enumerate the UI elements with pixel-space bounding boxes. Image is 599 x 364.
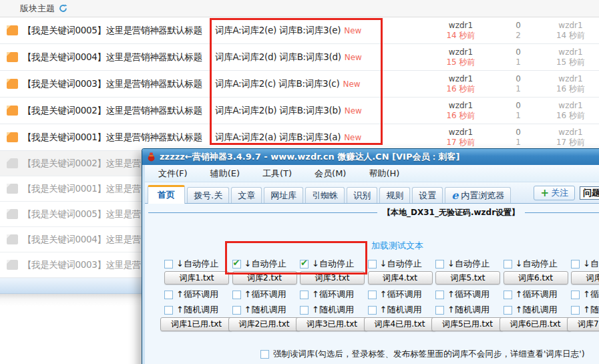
folder-icon [7, 132, 18, 142]
tab-item[interactable]: 网址库 [264, 187, 303, 203]
tab-item[interactable]: 文章 [231, 187, 262, 203]
wordlib-file-button[interactable]: 词库4.txt [368, 271, 433, 285]
tab-item[interactable]: 规则 [379, 187, 410, 203]
follow-button[interactable]: + 关注 [534, 186, 575, 200]
auto-stop-checkbox[interactable] [300, 260, 309, 268]
reply-count: 0 [498, 74, 538, 84]
count-cell: 01 [498, 128, 538, 148]
tab-item[interactable]: 设置 [412, 187, 443, 203]
count-cell: 01 [498, 47, 538, 67]
thread-title-keywords[interactable]: 词库A:词库2(c) 词库B:词库3(c)New [215, 78, 361, 90]
view-count: 1 [498, 138, 538, 148]
wordlib-file-button[interactable]: 词库2.txt [232, 271, 297, 285]
auto-stop-checkbox[interactable] [571, 260, 580, 268]
loop-call-checkbox[interactable] [368, 291, 377, 299]
author-name[interactable]: wzdr1 [421, 101, 501, 111]
random-call-checkbox[interactable] [300, 306, 309, 315]
new-badge: New [345, 53, 362, 62]
table-row: 【我是关键词0002】这里是营销神器默认标题词库A:词库2(b) 词库B:词库3… [0, 98, 599, 124]
thread-title-keywords[interactable]: 词库A:词库2(a) 词库B:词库3(a)New [215, 132, 361, 144]
wordlib-file-button[interactable]: 词库5.txt [435, 271, 500, 285]
thread-title[interactable]: 【我是关键词0003】这里是营销神器默认标题 [23, 78, 215, 90]
author-name[interactable]: wzdr1 [421, 47, 501, 57]
window-client: 文件(F)辅助(E)工具(T)会员(M)帮助(H) 首页拨号.关文章网址库引蜘蛛… [145, 165, 599, 364]
loop-call-checkbox[interactable] [232, 291, 241, 299]
wordlib-file-button[interactable]: 词库1.txt [164, 271, 229, 285]
random-call-checkbox[interactable] [368, 306, 377, 315]
auto-stop-label: ↓自动停止 [516, 258, 558, 270]
force-read-checkbox[interactable] [260, 350, 269, 359]
auto-stop-checkbox[interactable] [368, 260, 377, 268]
tab-item[interactable]: 首页 [148, 185, 185, 204]
question-search-input[interactable] [580, 186, 599, 200]
menu-item[interactable]: 会员(M) [308, 166, 353, 182]
menu-item[interactable]: 帮助(H) [362, 166, 406, 182]
load-test-text-link[interactable]: 加载测试文本 [371, 240, 423, 252]
author-name[interactable]: wzdr1 [421, 128, 501, 138]
author-name[interactable]: wzdr1 [421, 74, 501, 84]
window-titlebar[interactable]: zzzzz←营销神器3.4.9.7 - www.wzdr.cn 微赚达人.CN … [142, 149, 599, 165]
last-post-time: 14 秒前 [542, 31, 599, 41]
tab-item[interactable]: 识别 [347, 187, 377, 203]
wordlib-column: ↓自动停止词库1.txt↑循环调用↑随机调用词库1已用.txt [160, 258, 234, 333]
loop-call-checkbox[interactable] [571, 291, 580, 299]
last-post-author[interactable]: wzdr1 [542, 101, 599, 111]
wordlib-used-button[interactable]: 词库6已用.txt [500, 317, 572, 331]
menu-bar: 文件(F)辅助(E)工具(T)会员(M)帮助(H) [145, 165, 599, 182]
loop-call-checkbox[interactable] [300, 291, 309, 299]
thread-title[interactable]: 【我是关键词0001】这里是营销神器默认标题 [23, 132, 215, 144]
refresh-icon[interactable] [59, 4, 67, 13]
wordlib-column: ↓自动停止词库2.txt↑循环调用↑随机调用词库2已用.txt [228, 258, 302, 333]
thread-title[interactable]: 【我是关键词0002】这里是营销神器默认标题 [23, 105, 215, 117]
random-call-checkbox[interactable] [571, 306, 580, 315]
reply-count: 0 [498, 128, 538, 138]
loop-call-row: ↑循环调用 [300, 289, 354, 300]
wordlib-used-button[interactable]: 词库7已用.txt [567, 317, 599, 331]
thread-title-keywords[interactable]: 词库A:词库2(e) 词库B:词库3(e)New [215, 25, 361, 37]
wordlib-used-button[interactable]: 词库4已用.txt [364, 317, 436, 331]
menu-item[interactable]: 文件(F) [152, 166, 194, 182]
count-cell: 02 [498, 21, 538, 41]
loop-call-checkbox[interactable] [504, 291, 512, 299]
last-post-time: 16 秒前 [542, 111, 599, 121]
auto-stop-checkbox[interactable] [164, 260, 173, 268]
random-call-label: ↑随机调用 [447, 304, 489, 316]
tab-item[interactable]: 拨号.关 [187, 187, 229, 203]
thread-title-keywords[interactable]: 词库A:词库2(b) 词库B:词库3(b)New [215, 105, 362, 117]
loop-call-checkbox[interactable] [435, 291, 444, 299]
tab-item[interactable]: 引蜘蛛 [305, 187, 345, 203]
random-call-row: ↑随机调用 [368, 305, 422, 315]
random-call-checkbox[interactable] [504, 306, 512, 315]
wordlib-used-button[interactable]: 词库2已用.txt [228, 317, 301, 331]
author-name[interactable]: wzdr1 [421, 21, 501, 31]
ie-icon: e [451, 190, 458, 201]
menu-item[interactable]: 工具(T) [256, 166, 298, 182]
auto-stop-checkbox[interactable] [504, 260, 512, 268]
auto-stop-row: ↓自动停止 [164, 258, 218, 269]
thread-title[interactable]: 【我是关键词0005】这里是营销神器默认标题 [23, 25, 215, 37]
menu-item[interactable]: 辅助(E) [204, 166, 246, 182]
thread-title[interactable]: 【我是关键词0004】这里是营销神器默认标题 [23, 51, 215, 63]
wordlib-column: ↓自动停止词库6.txt↑循环调用↑随机调用词库6已用.txt [500, 258, 573, 333]
wordlib-used-button[interactable]: 词库5已用.txt [431, 317, 504, 331]
wordlib-file-button[interactable]: 词库7.txt [571, 271, 599, 285]
wordlib-used-button[interactable]: 词库3已用.txt [296, 317, 368, 331]
random-call-checkbox[interactable] [435, 306, 444, 315]
auto-stop-checkbox[interactable] [435, 260, 444, 268]
wordlib-column: ↓自动停止词库4.txt↑循环调用↑随机调用词库4已用.txt [364, 258, 437, 333]
thread-title-keywords[interactable]: 词库A:词库2(d) 词库B:词库3(d)New [215, 51, 362, 63]
wordlib-file-button[interactable]: 词库6.txt [504, 271, 568, 285]
last-post-author[interactable]: wzdr1 [542, 74, 599, 84]
last-post-author[interactable]: wzdr1 [542, 128, 599, 138]
loop-call-checkbox[interactable] [164, 291, 173, 299]
random-call-checkbox[interactable] [164, 306, 173, 315]
tab-builtin-browser[interactable]: e 内置浏览器 [445, 187, 511, 203]
last-post-author[interactable]: wzdr1 [542, 47, 599, 57]
auto-stop-checkbox[interactable] [232, 260, 241, 268]
wordlib-used-button[interactable]: 词库1已用.txt [160, 317, 232, 331]
random-call-checkbox[interactable] [232, 306, 241, 315]
count-cell: 01 [498, 74, 538, 94]
wordlib-file-button[interactable]: 词库3.txt [300, 271, 365, 285]
author-cell: wzdr114 秒前 [421, 21, 501, 41]
last-post-author[interactable]: wzdr1 [542, 21, 599, 31]
